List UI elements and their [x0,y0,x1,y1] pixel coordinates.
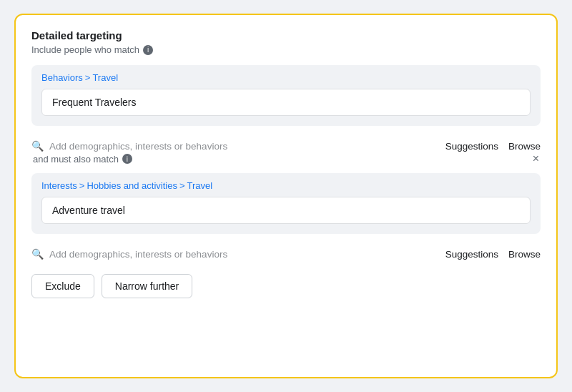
search-row-1: 🔍 Add demographics, interests or behavio… [31,133,541,153]
breadcrumb-sep-2a: > [79,180,85,191]
footer-row: Exclude Narrow further [31,274,541,298]
breadcrumb-link-behaviors[interactable]: Behaviors [41,72,83,83]
targeting-section-2: Interests > Hobbies and activities > Tra… [31,173,541,234]
and-must-row: and must also match i × [31,153,541,165]
tag-adventure-travel: Adventure travel [41,197,531,224]
breadcrumb-2: Interests > Hobbies and activities > Tra… [41,180,531,191]
detailed-targeting-card: Detailed targeting Include people who ma… [14,14,558,378]
suggestions-btn-1[interactable]: Suggestions [445,141,498,152]
search-actions-2: Suggestions Browse [445,249,541,260]
search-icon-2: 🔍 [31,248,44,260]
search-row-2: 🔍 Add demographics, interests or behavio… [31,241,541,261]
breadcrumb-link-interests[interactable]: Interests [41,180,77,191]
search-placeholder-2[interactable]: Add demographics, interests or behaviors [49,249,440,260]
exclude-button[interactable]: Exclude [31,274,94,298]
search-actions-1: Suggestions Browse [445,141,541,152]
suggestions-btn-2[interactable]: Suggestions [445,249,498,260]
breadcrumb-link-hobbies[interactable]: Hobbies and activities [87,180,177,191]
info-icon[interactable]: i [143,45,153,55]
breadcrumb-1: Behaviors > Travel [41,72,531,83]
subtitle-text: Include people who match [31,44,139,55]
subtitle-row: Include people who match i [31,44,541,55]
search-placeholder-1[interactable]: Add demographics, interests or behaviors [49,141,440,152]
and-must-info-icon[interactable]: i [122,154,132,164]
narrow-further-button[interactable]: Narrow further [102,274,192,298]
and-must-left: and must also match i [33,154,132,165]
search-icon-1: 🔍 [31,140,44,152]
card-title: Detailed targeting [31,29,541,41]
tag-frequent-travelers: Frequent Travelers [41,89,531,116]
breadcrumb-link-travel-2[interactable]: Travel [187,180,213,191]
browse-btn-2[interactable]: Browse [508,249,541,260]
breadcrumb-sep-2b: > [179,180,185,191]
breadcrumb-link-travel-1[interactable]: Travel [92,72,118,83]
close-and-must-button[interactable]: × [533,153,539,165]
targeting-section-1: Behaviors > Travel Frequent Travelers [31,65,541,126]
browse-btn-1[interactable]: Browse [508,141,541,152]
and-must-text: and must also match [33,154,119,165]
breadcrumb-sep-1: > [85,72,91,83]
